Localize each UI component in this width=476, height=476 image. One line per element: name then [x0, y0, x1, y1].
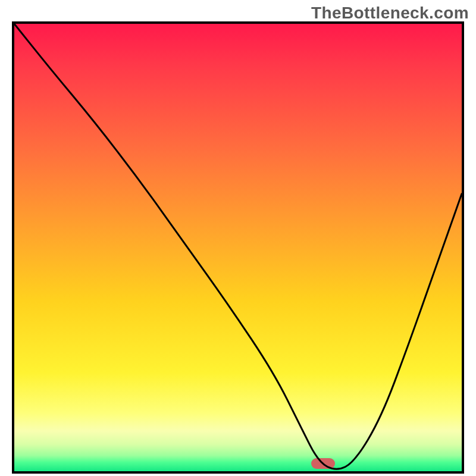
chart-container: TheBottleneck.com	[0, 0, 476, 476]
bottleneck-curve	[14, 24, 462, 471]
plot-area	[12, 21, 464, 474]
curve-path	[14, 24, 462, 469]
watermark-text: TheBottleneck.com	[311, 4, 469, 23]
